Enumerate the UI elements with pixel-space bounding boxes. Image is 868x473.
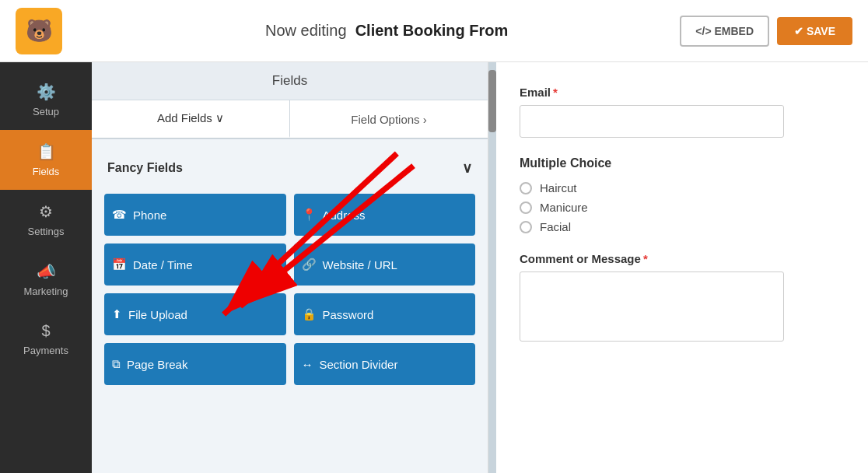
sidebar-item-marketing[interactable]: 📣 Marketing: [0, 250, 92, 310]
datetime-label: Date / Time: [133, 258, 193, 272]
choice-haircut-label: Haircut: [540, 181, 577, 194]
section-divider-label: Section Divider: [320, 358, 398, 371]
fields-scroll-area[interactable]: Fancy Fields ∨ ☎ Phone 📍 Address 📅 Date …: [92, 139, 488, 473]
sidebar-label-fields: Fields: [33, 166, 60, 177]
address-field-btn[interactable]: 📍 Address: [294, 194, 476, 236]
sidebar-label-settings: Settings: [28, 226, 65, 237]
sidebar-label-payments: Payments: [23, 345, 68, 356]
address-label: Address: [323, 208, 366, 222]
sidebar-item-fields[interactable]: 📋 Fields: [0, 130, 92, 190]
sidebar-label-setup: Setup: [33, 106, 59, 117]
radio-haircut[interactable]: [520, 182, 532, 194]
top-header: 🐻 Now editing Client Booking From </> EM…: [0, 0, 868, 62]
page-break-label: Page Break: [127, 358, 187, 371]
scrollbar-track[interactable]: [488, 62, 496, 473]
email-input[interactable]: [520, 105, 784, 138]
website-icon: 🔗: [302, 258, 317, 272]
choice-facial[interactable]: Facial: [520, 220, 845, 233]
fields-icon: 📋: [37, 142, 56, 161]
fancy-fields-label: Fancy Fields: [107, 161, 183, 175]
sidebar-item-payments[interactable]: $ Payments: [0, 310, 92, 369]
choice-facial-label: Facial: [540, 220, 571, 233]
file-upload-icon: ⬆: [112, 307, 122, 321]
email-required-star: *: [553, 86, 558, 99]
phone-field-btn[interactable]: ☎ Phone: [104, 194, 286, 236]
phone-icon: ☎: [112, 208, 127, 222]
sidebar-label-marketing: Marketing: [23, 286, 68, 297]
multiple-choice-label: Multiple Choice: [520, 156, 845, 170]
radio-manicure[interactable]: [520, 201, 532, 214]
password-label: Password: [323, 308, 374, 321]
sidebar-nav: ⚙️ Setup 📋 Fields ⚙ Settings 📣 Marketing…: [0, 62, 92, 473]
choice-haircut[interactable]: Haircut: [520, 181, 845, 194]
password-field-btn[interactable]: 🔒 Password: [294, 293, 476, 335]
comment-required-star: *: [643, 252, 648, 265]
payments-icon: $: [41, 322, 50, 340]
password-icon: 🔒: [302, 307, 317, 321]
form-name: Client Booking From: [355, 22, 509, 39]
fancy-fields-grid: ☎ Phone 📍 Address 📅 Date / Time 🔗 Websit…: [104, 194, 475, 385]
header-actions: </> EMBED ✔ SAVE: [680, 16, 852, 47]
scrollbar-thumb[interactable]: [488, 70, 496, 132]
fancy-fields-toggle-icon[interactable]: ∨: [462, 159, 472, 177]
page-break-field-btn[interactable]: ⧉ Page Break: [104, 343, 286, 385]
multiple-choice-group: Haircut Manicure Facial: [520, 181, 845, 233]
section-divider-field-btn[interactable]: ↔ Section Divider: [294, 343, 476, 385]
logo-area: 🐻: [16, 8, 93, 54]
tab-bar: Add Fields ∨ Field Options ›: [92, 100, 488, 139]
fields-panel: Fields Add Fields ∨ Field Options › Fanc…: [92, 62, 488, 473]
datetime-icon: 📅: [112, 258, 127, 272]
fancy-fields-section-header: Fancy Fields ∨: [104, 152, 475, 184]
marketing-icon: 📣: [37, 262, 56, 281]
choice-manicure[interactable]: Manicure: [520, 201, 845, 214]
setup-icon: ⚙️: [37, 82, 56, 101]
file-upload-label: File Upload: [128, 308, 187, 321]
tab-field-options[interactable]: Field Options ›: [290, 100, 488, 138]
main-layout: ⚙️ Setup 📋 Fields ⚙ Settings 📣 Marketing…: [0, 62, 868, 473]
sidebar-item-setup[interactable]: ⚙️ Setup: [0, 70, 92, 130]
website-label: Website / URL: [323, 258, 397, 272]
radio-facial[interactable]: [520, 221, 532, 233]
comment-field-label: Comment or Message *: [520, 252, 845, 265]
form-preview: Email * Multiple Choice Haircut Manicure…: [496, 62, 868, 473]
tab-add-fields[interactable]: Add Fields ∨: [92, 100, 290, 138]
file-upload-field-btn[interactable]: ⬆ File Upload: [104, 293, 286, 335]
editing-prefix: Now editing: [265, 22, 347, 39]
phone-label: Phone: [133, 208, 166, 222]
comment-textarea[interactable]: [520, 272, 784, 342]
settings-icon: ⚙: [39, 202, 53, 221]
address-icon: 📍: [302, 208, 317, 222]
embed-button[interactable]: </> EMBED: [680, 16, 769, 47]
section-divider-icon: ↔: [302, 358, 313, 371]
sidebar-item-settings[interactable]: ⚙ Settings: [0, 190, 92, 250]
datetime-field-btn[interactable]: 📅 Date / Time: [104, 244, 286, 286]
save-button[interactable]: ✔ SAVE: [777, 17, 852, 45]
logo-icon: 🐻: [16, 8, 62, 54]
header-title: Now editing Client Booking From: [93, 22, 680, 40]
choice-manicure-label: Manicure: [540, 201, 588, 214]
fields-panel-title: Fields: [92, 62, 488, 100]
email-field-label: Email *: [520, 86, 845, 99]
website-field-btn[interactable]: 🔗 Website / URL: [294, 244, 476, 286]
page-break-icon: ⧉: [112, 357, 121, 371]
